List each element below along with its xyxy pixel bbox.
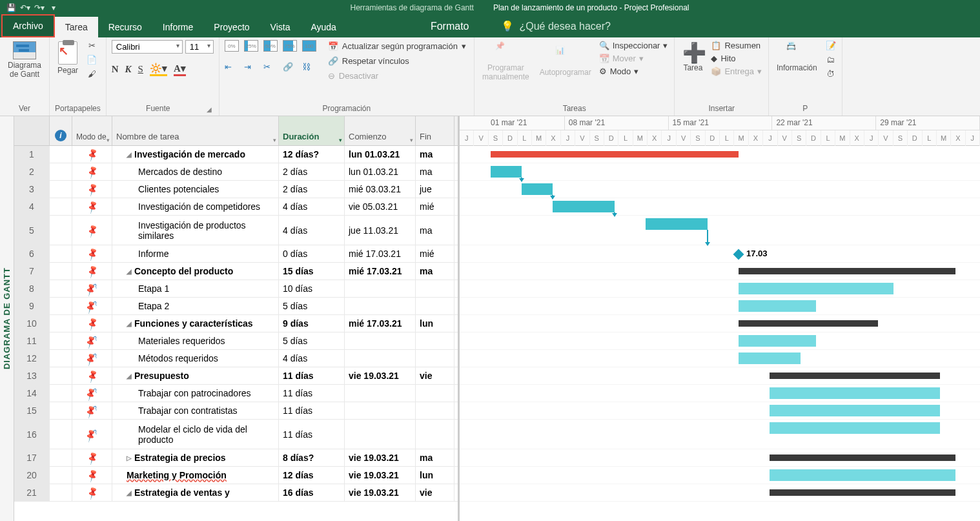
row-indicators[interactable]	[50, 163, 72, 180]
row-mode[interactable]: 📌	[72, 280, 112, 297]
row-task-name[interactable]: ◢Estrategia de ventas y	[112, 484, 279, 501]
row-number[interactable]: 6	[14, 245, 50, 262]
row-indicators[interactable]	[50, 298, 72, 314]
row-indicators[interactable]	[50, 181, 72, 198]
gantt-bar[interactable]	[739, 268, 955, 274]
row-finish[interactable]: ma	[416, 216, 454, 245]
row-indicators[interactable]	[50, 198, 72, 215]
gantt-bar[interactable]	[553, 201, 615, 212]
row-start[interactable]: vie 19.03.21	[345, 449, 416, 466]
gantt-bar[interactable]	[770, 489, 955, 496]
row-mode[interactable]: 📌	[72, 484, 112, 501]
row-number[interactable]: 15	[14, 402, 50, 419]
row-finish[interactable]: jue	[416, 181, 454, 198]
row-finish[interactable]: mié	[416, 198, 454, 215]
row-indicators[interactable]	[50, 449, 72, 466]
italic-button[interactable]: K	[125, 64, 132, 75]
insert-deliverable-button[interactable]: 📦Entrega ▾	[709, 66, 763, 77]
chart-row[interactable]: 17.03	[460, 245, 980, 263]
row-task-name[interactable]: Trabajar con patrocinadores	[112, 385, 279, 402]
row-indicators[interactable]	[50, 332, 72, 349]
row-start[interactable]	[345, 402, 416, 419]
row-task-name[interactable]: Métodos requeridos	[112, 350, 279, 367]
tab-help[interactable]: Ayuda	[300, 17, 346, 37]
row-duration[interactable]: 10 días	[279, 280, 345, 297]
chart-row[interactable]	[460, 146, 980, 163]
row-start[interactable]: lun 01.03.21	[345, 146, 416, 163]
gantt-chart-button[interactable]: Diagrama de Gantt	[5, 40, 44, 80]
mark-on-track-button[interactable]: 📅Actualizar según programación ▾	[325, 40, 469, 52]
row-finish[interactable]: ma	[416, 449, 454, 466]
row-indicators[interactable]	[50, 263, 72, 280]
gantt-bar[interactable]	[491, 151, 739, 158]
font-color-button[interactable]: A▾	[174, 63, 186, 76]
chart-row[interactable]	[460, 402, 980, 420]
row-number[interactable]: 21	[14, 484, 50, 501]
row-finish[interactable]	[416, 350, 454, 367]
row-finish[interactable]: lun	[416, 315, 454, 332]
row-mode[interactable]: 📌	[72, 181, 112, 198]
row-start[interactable]	[345, 420, 416, 449]
row-duration[interactable]: 0 días	[279, 245, 345, 262]
row-task-name[interactable]: Mercados de destino	[112, 163, 279, 180]
row-indicators[interactable]	[50, 420, 72, 449]
undo-icon[interactable]: ↶▾	[19, 2, 31, 14]
row-duration[interactable]: 12 días?	[279, 146, 345, 163]
row-task-name[interactable]: ◢Funciones y características	[112, 315, 279, 332]
tab-task[interactable]: Tarea	[55, 17, 98, 37]
row-start[interactable]	[345, 385, 416, 402]
col-header-start[interactable]: Comienzo▾	[345, 116, 416, 145]
row-number[interactable]: 20	[14, 467, 50, 484]
fill-color-button[interactable]: 🔆▾	[150, 63, 167, 76]
row-indicators[interactable]	[50, 350, 72, 367]
notes-icon[interactable]: 📝	[825, 40, 837, 50]
row-indicators[interactable]	[50, 467, 72, 484]
row-task-name[interactable]: Informe	[112, 245, 279, 262]
bold-button[interactable]: N	[112, 64, 119, 75]
col-header-name[interactable]: Nombre de tarea▾	[112, 116, 279, 145]
row-duration[interactable]: 12 días	[279, 467, 345, 484]
col-header-duration[interactable]: Duración▾	[279, 116, 345, 145]
row-number[interactable]: 16	[14, 420, 50, 449]
font-size-select[interactable]: 11	[185, 40, 214, 54]
insert-task-button[interactable]: ➕ Tarea	[680, 40, 706, 74]
row-mode[interactable]: 📌	[72, 298, 112, 314]
row-mode[interactable]: 📌	[72, 350, 112, 367]
row-duration[interactable]: 4 días	[279, 216, 345, 245]
chart-row[interactable]	[460, 332, 980, 350]
chart-row[interactable]	[460, 298, 980, 315]
row-start[interactable]	[345, 350, 416, 367]
row-finish[interactable]: vie	[416, 484, 454, 501]
respect-links-button[interactable]: 🔗Respetar vínculos	[325, 55, 469, 67]
row-number[interactable]: 14	[14, 385, 50, 402]
row-mode[interactable]: 📌	[72, 449, 112, 466]
row-indicators[interactable]	[50, 280, 72, 297]
row-duration[interactable]: 4 días	[279, 350, 345, 367]
indent-icon[interactable]: ⇥	[244, 62, 256, 72]
row-indicators[interactable]	[50, 245, 72, 262]
row-number[interactable]: 10	[14, 315, 50, 332]
col-header-finish[interactable]: Fin	[416, 116, 454, 145]
gantt-chart[interactable]: 01 mar '2108 mar '2115 mar '2122 mar '21…	[460, 116, 980, 521]
gantt-bar[interactable]	[770, 405, 940, 416]
gantt-bar[interactable]	[739, 320, 878, 327]
row-start[interactable]: mié 17.03.21	[345, 263, 416, 280]
gantt-bar[interactable]	[646, 218, 708, 230]
row-duration[interactable]: 16 días	[279, 484, 345, 501]
qat-customize-icon[interactable]: ▾	[48, 2, 59, 14]
row-task-name[interactable]: ▷Estrategia de precios	[112, 449, 279, 466]
row-task-name[interactable]: Materiales requeridos	[112, 332, 279, 349]
split-task-icon[interactable]: ✂	[263, 62, 275, 72]
insert-summary-button[interactable]: 📋Resumen	[709, 40, 763, 51]
tell-me-search[interactable]: 💡 ¿Qué desea hacer?	[488, 15, 623, 37]
row-task-name[interactable]: ◢Presupuesto	[112, 367, 279, 384]
row-start[interactable]: vie 19.03.21	[345, 367, 416, 384]
row-task-name[interactable]: Etapa 1	[112, 280, 279, 297]
chart-row[interactable]	[460, 181, 980, 198]
row-start[interactable]: lun 01.03.21	[345, 163, 416, 180]
gantt-bar[interactable]	[770, 422, 940, 434]
format-painter-icon[interactable]: 🖌	[86, 68, 97, 79]
row-mode[interactable]: 📌	[72, 467, 112, 484]
gantt-bar[interactable]	[522, 183, 553, 195]
row-duration[interactable]: 15 días	[279, 263, 345, 280]
